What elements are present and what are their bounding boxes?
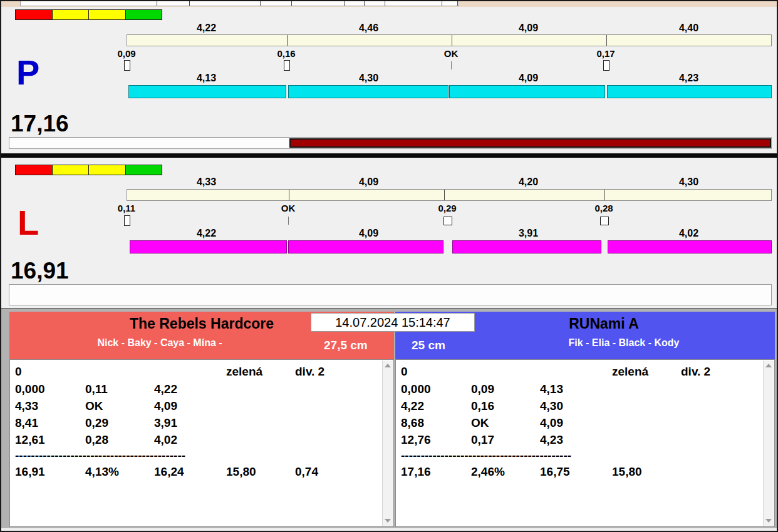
lane-p-crossing-tick — [603, 60, 609, 71]
lane-p-interval-time: 4,46 — [286, 23, 451, 34]
top-desktop-strip — [1, 1, 777, 7]
info-cell: 0 — [15, 365, 22, 379]
results-row: 0,000 0,09 4,13 — [396, 382, 762, 397]
result-cell: 0,000 — [401, 382, 431, 396]
summary-cell: 2,46% — [471, 465, 505, 479]
scrollbar[interactable] — [763, 361, 774, 526]
lane-p-crossing-label: 0,09 — [98, 48, 155, 59]
result-cell: 8,41 — [15, 416, 38, 430]
lane-p-interval-time: 4,09 — [451, 23, 606, 34]
lane-p-segment-time: 4,23 — [606, 73, 772, 84]
traffic-light-cell — [126, 165, 163, 175]
traffic-light-cell — [15, 165, 53, 175]
lane-l-bar-segment — [608, 240, 772, 253]
result-cell: 0,16 — [471, 399, 494, 413]
result-cell: 0,28 — [85, 433, 108, 447]
lane-p-total-time: 17,16 — [11, 111, 69, 137]
scroll-up-icon[interactable] — [385, 364, 391, 367]
scroll-up-icon[interactable] — [765, 364, 772, 367]
result-cell: OK — [85, 399, 103, 413]
result-cell: 8,68 — [401, 416, 424, 430]
app-window: 4,22 4,46 4,09 4,40 0,09 0,16 OK 0,17 4,… — [0, 0, 778, 532]
lane-l-crossing-tick — [124, 215, 130, 226]
result-cell: 3,91 — [154, 416, 177, 430]
result-cell: 12,61 — [15, 433, 45, 447]
lane-p-crossing-label: 0,17 — [578, 48, 634, 59]
lane-p-bar-segment — [288, 85, 449, 98]
traffic-light-cell — [89, 9, 126, 20]
lane-l-interval-time: 4,20 — [451, 176, 606, 188]
lane-l-crossing-label: 0,28 — [576, 203, 632, 213]
result-cell: 0,09 — [471, 382, 494, 396]
results-panel-right[interactable]: 0 zelená div. 2 0,000 0,09 4,13 4,22 0,1… — [395, 359, 775, 527]
separator-text: ----------------------------------------… — [401, 449, 571, 463]
info-cell: 0 — [401, 365, 408, 379]
lane-p-interval-track — [127, 34, 772, 46]
traffic-light-cell — [126, 9, 163, 20]
lane-l-total-time: 16,91 — [11, 258, 69, 284]
result-cell: 4,13 — [540, 382, 563, 396]
result-cell: 4,22 — [154, 382, 177, 396]
results-row: 4,33 OK 4,09 — [10, 399, 381, 414]
result-cell: 12,76 — [401, 433, 431, 447]
results-separator: ----------------------------------------… — [396, 449, 762, 464]
results-info-row: 0 zelená div. 2 — [10, 365, 381, 380]
lane-p-letter: P — [16, 55, 39, 90]
lane-l-crossing-label: 0,11 — [98, 203, 155, 213]
summary-cell: 17,16 — [401, 465, 431, 479]
team-right-members: Fik - Elia - Black - Kody — [477, 337, 771, 349]
lane-l-letter: L — [18, 205, 39, 240]
traffic-light-cell — [53, 165, 90, 175]
results-row: 8,41 0,29 3,91 — [10, 416, 381, 431]
result-cell: 0,17 — [471, 433, 494, 447]
lane-p-crossing-tick — [284, 60, 290, 71]
scroll-down-icon[interactable] — [765, 519, 772, 523]
lane-l-segment-time: 4,02 — [606, 228, 772, 239]
lane-l-interval-time: 4,30 — [606, 176, 772, 188]
result-cell: 4,09 — [540, 416, 563, 430]
lane-l-interval-time: 4,09 — [286, 176, 451, 188]
lane-p-progress-bar — [289, 138, 771, 148]
results-info-row: 0 zelená div. 2 — [396, 365, 762, 380]
result-cell: 4,09 — [154, 399, 177, 413]
result-cell: 4,23 — [540, 433, 563, 447]
results-panel-left[interactable]: 0 zelená div. 2 0,000 0,11 4,22 4,33 OK … — [9, 359, 394, 527]
team-left-members: Nick - Baky - Caya - Mína - — [9, 337, 310, 349]
lane-l-progress-track — [9, 284, 772, 305]
teams-section: The Rebels Hardcore Nick - Baky - Caya -… — [1, 308, 777, 528]
separator-text: ----------------------------------------… — [15, 449, 185, 463]
lane-l-interval-time: 4,33 — [127, 176, 286, 188]
datetime-box: 14.07.2024 15:14:47 — [311, 313, 475, 332]
lane-l-traffic-light — [15, 165, 162, 175]
info-cell: div. 2 — [681, 365, 710, 379]
lane-p-bar-segment — [449, 85, 605, 98]
results-row: 12,61 0,28 4,02 — [10, 433, 381, 448]
lane-l-crossing-tick — [600, 217, 609, 225]
info-cell: zelená — [226, 365, 262, 379]
summary-cell: 4,13% — [85, 465, 119, 479]
lane-l-segment-time: 4,22 — [127, 228, 286, 239]
lane-p-segment-time: 4,30 — [286, 73, 451, 84]
lane-p-bar-segment — [607, 85, 772, 98]
team-right-jump-height: 25 cm — [412, 339, 445, 352]
info-cell: zelená — [612, 365, 648, 379]
lane-p-segment-time: 4,13 — [127, 73, 286, 84]
lane-l-crossing-tick — [443, 217, 452, 225]
result-cell: 4,30 — [540, 399, 563, 413]
lane-p-interval-time: 4,22 — [127, 23, 286, 34]
results-row: 8,68 OK 4,09 — [396, 416, 762, 431]
lane-divider — [1, 153, 777, 158]
lane-l-segment-time: 4,09 — [286, 228, 451, 239]
lane-l-crossing-label: OK — [260, 203, 316, 213]
lane-p-bar-segment — [128, 85, 286, 98]
lane-l-crossing-label: 0,29 — [419, 203, 475, 213]
background-window-edge — [20, 1, 459, 6]
result-cell: 0,000 — [15, 382, 45, 396]
lane-p-segment-time: 4,09 — [451, 73, 606, 84]
lane-p-progress-track — [9, 137, 772, 149]
results-summary-row: 16,91 4,13% 16,24 15,80 0,74 — [10, 465, 381, 480]
scrollbar[interactable] — [382, 361, 393, 526]
lane-l-crossing-tick — [288, 217, 289, 225]
scroll-down-icon[interactable] — [385, 519, 391, 523]
result-cell: 4,33 — [15, 399, 38, 413]
